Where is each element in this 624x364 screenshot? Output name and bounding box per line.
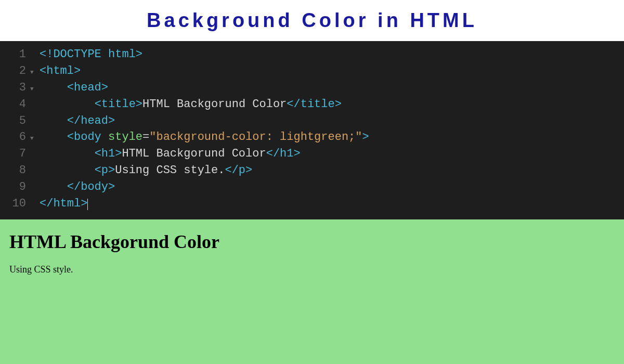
cursor-icon: [87, 199, 88, 210]
code-content: </html>: [40, 196, 88, 212]
code-content: <h1>HTML Backgorund Color</h1>: [40, 146, 301, 162]
line-number: 1: [0, 46, 30, 63]
code-line: 2 ▼ <html>: [0, 63, 624, 80]
line-number: 7: [0, 146, 30, 162]
rendered-output: HTML Backgorund Color Using CSS style.: [0, 219, 624, 364]
page-title: Background Color in HTML: [0, 9, 624, 32]
line-number: 2: [0, 63, 30, 80]
code-content: <body style="background-color: lightgree…: [40, 129, 369, 146]
code-line: 3 ▼ <head>: [0, 80, 624, 96]
code-line: 10 </html>: [0, 196, 624, 212]
code-line: 1 <!DOCTYPE html>: [0, 46, 624, 63]
output-paragraph: Using CSS style.: [9, 264, 615, 275]
code-content: <head>: [40, 80, 108, 96]
header: Background Color in HTML: [0, 0, 624, 41]
code-line: 7 <h1>HTML Backgorund Color</h1>: [0, 146, 624, 162]
line-number: 9: [0, 179, 30, 196]
line-number: 10: [0, 196, 30, 212]
line-number: 4: [0, 96, 30, 113]
code-content: </head>: [40, 113, 115, 129]
code-line: 8 <p>Using CSS style.</p>: [0, 162, 624, 179]
line-number: 8: [0, 162, 30, 179]
code-content: </body>: [40, 179, 115, 196]
code-content: <title>HTML Backgorund Color</title>: [40, 96, 342, 113]
code-line: 4 <title>HTML Backgorund Color</title>: [0, 96, 624, 113]
line-number: 3: [0, 80, 30, 96]
line-number: 5: [0, 113, 30, 129]
code-line: 9 </body>: [0, 179, 624, 196]
code-content: <p>Using CSS style.</p>: [40, 162, 252, 179]
fold-marker: ▼: [30, 69, 40, 77]
code-content: <!DOCTYPE html>: [40, 46, 142, 63]
fold-marker: ▼: [30, 135, 40, 143]
code-editor: 1 <!DOCTYPE html> 2 ▼ <html> 3 ▼ <head> …: [0, 41, 624, 219]
code-line: 5 </head>: [0, 113, 624, 129]
line-number: 6: [0, 129, 30, 146]
code-line: 6 ▼ <body style="background-color: light…: [0, 129, 624, 146]
code-content: <html>: [40, 63, 81, 80]
fold-marker: ▼: [30, 85, 40, 94]
output-heading: HTML Backgorund Color: [9, 231, 615, 253]
